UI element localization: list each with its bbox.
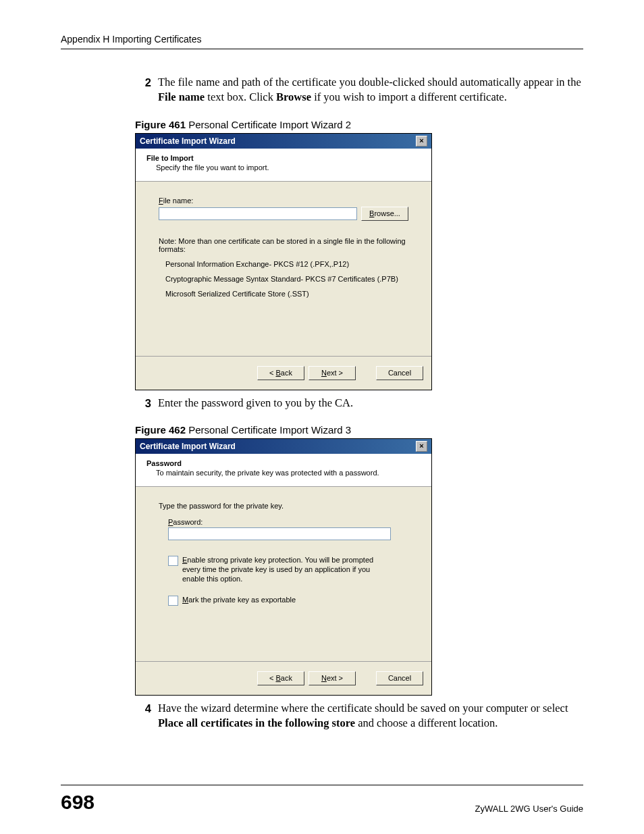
wizard-file-to-import: Certificate Import Wizard × File to Impo… — [135, 133, 432, 390]
format-2: Cryptographic Message Syntax Standard- P… — [165, 275, 408, 283]
wizard-header: File to Import Specify the file you want… — [136, 149, 431, 182]
enable-strong-protection-label: Enable strong private key protection. Yo… — [182, 555, 385, 584]
figure-462-caption: Figure 462 Personal Certificate Import W… — [135, 424, 583, 436]
wizard-heading: File to Import — [146, 154, 421, 162]
wizard-subheading: To maintain security, the private key wa… — [156, 469, 421, 477]
step-3: 3 Enter the password given to you by the… — [135, 396, 583, 411]
mark-exportable-row: Mark the private key as exportable — [168, 595, 408, 606]
back-button[interactable]: < Back — [257, 671, 304, 685]
wizard-heading: Password — [146, 459, 421, 467]
file-name-label: File name: — [159, 197, 408, 205]
note-block: Note: More than one certificate can be s… — [159, 237, 408, 298]
enable-strong-protection-row: Enable strong private key protection. Yo… — [168, 555, 408, 584]
file-name-input[interactable] — [159, 207, 357, 220]
page-number: 698 — [61, 791, 95, 814]
page-footer: 698 ZyWALL 2WG User's Guide — [61, 785, 583, 814]
wizard-title-text: Certificate Import Wizard — [140, 442, 236, 451]
mark-exportable-label: Mark the private key as exportable — [182, 595, 296, 604]
wizard-header: Password To maintain security, the priva… — [136, 454, 431, 487]
wizard-subheading: Specify the file you want to import. — [156, 163, 421, 172]
wizard-password: Certificate Import Wizard × Password To … — [135, 438, 432, 696]
wizard-titlebar: Certificate Import Wizard × — [136, 439, 431, 454]
back-button[interactable]: < Back — [257, 366, 304, 380]
browse-button[interactable]: Browse... — [361, 207, 408, 221]
format-3: Microsoft Serialized Certificate Store (… — [165, 290, 408, 298]
step-number: 3 — [135, 396, 151, 411]
wizard-body: Type the password for the private key. P… — [136, 487, 431, 661]
note-line: Note: More than one certificate can be s… — [159, 237, 408, 253]
figure-461-caption: Figure 461 Personal Certificate Import W… — [135, 119, 583, 130]
step-2: 2 The file name and path of the certific… — [135, 75, 583, 105]
step-text: Have the wizard determine where the cert… — [158, 701, 583, 731]
next-button[interactable]: Next > — [308, 671, 356, 685]
password-label: Password: — [168, 518, 408, 526]
guide-title: ZyWALL 2WG User's Guide — [475, 804, 583, 814]
next-button[interactable]: Next > — [308, 366, 356, 380]
wizard-title-text: Certificate Import Wizard — [140, 136, 236, 146]
step-4: 4 Have the wizard determine where the ce… — [135, 701, 583, 731]
wizard-footer: < Back Next > Cancel — [136, 661, 431, 695]
mark-exportable-checkbox[interactable] — [168, 596, 178, 606]
close-icon[interactable]: × — [416, 441, 427, 452]
type-password-label: Type the password for the private key. — [159, 502, 408, 510]
wizard-titlebar: Certificate Import Wizard × — [136, 134, 431, 149]
enable-strong-protection-checkbox[interactable] — [168, 556, 178, 566]
page-header: Appendix H Importing Certificates — [61, 34, 583, 49]
wizard-body: File name: Browse... Note: More than one… — [136, 182, 431, 356]
cancel-button[interactable]: Cancel — [376, 671, 423, 685]
step-number: 4 — [135, 701, 151, 716]
close-icon[interactable]: × — [416, 136, 427, 147]
cancel-button[interactable]: Cancel — [376, 366, 423, 380]
format-1: Personal Information Exchange- PKCS #12 … — [165, 260, 408, 268]
wizard-footer: < Back Next > Cancel — [136, 356, 431, 390]
password-input[interactable] — [168, 527, 391, 540]
step-number: 2 — [135, 75, 151, 90]
step-text: Enter the password given to you by the C… — [158, 396, 583, 411]
step-text: The file name and path of the certificat… — [158, 75, 583, 105]
